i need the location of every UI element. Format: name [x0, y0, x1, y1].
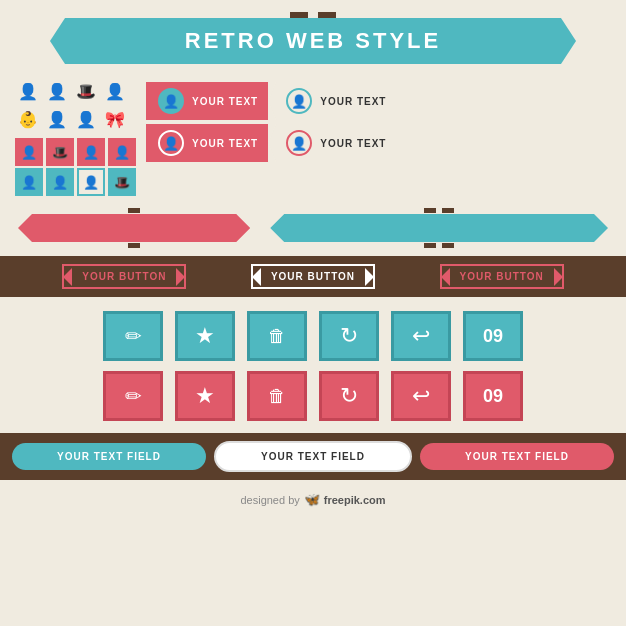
framed-avatar: 👤 — [77, 168, 105, 196]
title-banner: RETRO WEB STYLE — [50, 18, 576, 64]
avatar-icon: 👶 — [15, 106, 41, 132]
avatar-icon: 👤 — [15, 78, 41, 104]
framed-avatar: 👤 — [108, 138, 136, 166]
trash-button-pink[interactable]: 🗑 — [247, 371, 307, 421]
badge-row-1: 👤 YOUR TEXT 👤 YOUR TEXT — [146, 82, 611, 120]
badge-left-2: 👤 YOUR TEXT — [146, 124, 268, 162]
number-label: 09 — [483, 326, 503, 347]
badge-right-1: 👤 YOUR TEXT — [268, 82, 611, 120]
badge-avatar-teal: 👤 — [158, 88, 184, 114]
text-field-1-label: YOUR TEXT FIELD — [57, 451, 161, 462]
framed-avatar: 👤 — [46, 168, 74, 196]
pencil-button-pink[interactable]: ✏ — [103, 371, 163, 421]
badge-label-1: YOUR TEXT — [192, 96, 258, 107]
framed-avatar: 🎩 — [108, 168, 136, 196]
avatar-icon: 👤 — [44, 78, 70, 104]
footer: designed by 🦋 freepik.com — [0, 484, 626, 515]
badge-label-r1: YOUR TEXT — [320, 96, 386, 107]
text-field-3-label: YOUR TEXT FIELD — [465, 451, 569, 462]
undo-button-teal[interactable]: ↩ — [391, 311, 451, 361]
icon-row-teal: ✏ ★ 🗑 ↻ ↩ 09 — [20, 311, 606, 361]
button-2[interactable]: YOUR BUTTON — [251, 264, 375, 289]
ribbon-notch — [128, 243, 140, 248]
button-1[interactable]: YOUR BUTTON — [62, 264, 186, 289]
pink-ribbon — [18, 208, 250, 248]
text-field-2-label: YOUR TEXT FIELD — [261, 451, 365, 462]
page-title: RETRO WEB STYLE — [80, 28, 546, 54]
star-button-pink[interactable]: ★ — [175, 371, 235, 421]
button-3[interactable]: YOUR BUTTON — [440, 264, 564, 289]
avatar-icon: 👤 — [73, 106, 99, 132]
badge-row-2: 👤 YOUR TEXT 👤 YOUR TEXT — [146, 124, 611, 162]
framed-avatar: 👤 — [15, 138, 43, 166]
teal-ribbon — [270, 208, 608, 248]
button-3-label: YOUR BUTTON — [460, 271, 544, 282]
ribbon-notch — [442, 208, 454, 213]
badge-avatar-outline: 👤 — [286, 88, 312, 114]
button-2-label: YOUR BUTTON — [271, 271, 355, 282]
pencil-button-teal[interactable]: ✏ — [103, 311, 163, 361]
undo-button-pink[interactable]: ↩ — [391, 371, 451, 421]
icon-buttons-section: ✏ ★ 🗑 ↻ ↩ 09 ✏ ★ 🗑 ↻ ↩ 09 — [0, 303, 626, 429]
avatar-icon: 🎀 — [102, 106, 128, 132]
number-button-pink[interactable]: 09 — [463, 371, 523, 421]
number-button-teal[interactable]: 09 — [463, 311, 523, 361]
badge-label-r2: YOUR TEXT — [320, 138, 386, 149]
avatar-icon: 👤 — [102, 78, 128, 104]
text-field-outline[interactable]: YOUR TEXT FIELD — [214, 441, 412, 472]
star-button-teal[interactable]: ★ — [175, 311, 235, 361]
ribbon-notch — [442, 243, 454, 248]
badge-left-1: 👤 YOUR TEXT — [146, 82, 268, 120]
button-bar: YOUR BUTTON YOUR BUTTON YOUR BUTTON — [0, 256, 626, 297]
footer-text: designed by — [240, 494, 299, 506]
icon-row-pink: ✏ ★ 🗑 ↻ ↩ 09 — [20, 371, 606, 421]
badge-avatar-pink: 👤 — [158, 130, 184, 156]
button-1-label: YOUR BUTTON — [82, 271, 166, 282]
text-field-pink[interactable]: YOUR TEXT FIELD — [420, 443, 614, 470]
ribbon-notch — [128, 208, 140, 213]
avatar-icons-section: 👤 👤 🎩 👤 👶 👤 👤 🎀 👤 🎩 👤 👤 👤 👤 — [15, 78, 136, 196]
avatar-icon: 🎩 — [73, 78, 99, 104]
badge-right-2: 👤 YOUR TEXT — [268, 124, 611, 162]
framed-avatar: 👤 — [77, 138, 105, 166]
freepik-icon: 🦋 — [304, 492, 320, 507]
avatar-icon: 👤 — [44, 106, 70, 132]
badge-label-2: YOUR TEXT — [192, 138, 258, 149]
text-field-teal[interactable]: YOUR TEXT FIELD — [12, 443, 206, 470]
text-fields-bar: YOUR TEXT FIELD YOUR TEXT FIELD YOUR TEX… — [0, 433, 626, 480]
framed-avatar: 👤 — [15, 168, 43, 196]
ribbon-notch — [424, 208, 436, 213]
trash-button-teal[interactable]: 🗑 — [247, 311, 307, 361]
ribbon-notch — [424, 243, 436, 248]
refresh-button-teal[interactable]: ↻ — [319, 311, 379, 361]
refresh-button-pink[interactable]: ↻ — [319, 371, 379, 421]
badge-avatar-outline2: 👤 — [286, 130, 312, 156]
footer-brand: freepik.com — [324, 494, 386, 506]
number-label-pink: 09 — [483, 386, 503, 407]
framed-avatar: 🎩 — [46, 138, 74, 166]
badges-section: 👤 YOUR TEXT 👤 YOUR TEXT 👤 YOUR TEXT 👤 YO… — [146, 78, 611, 196]
